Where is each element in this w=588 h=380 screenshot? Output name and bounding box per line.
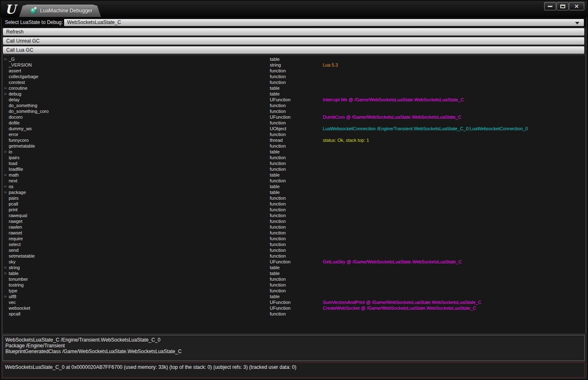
tree-row[interactable]: rawsetfunction bbox=[2, 230, 586, 236]
tree-row[interactable]: vecUFunctionSumVectorsAndPrint @ /Game/W… bbox=[2, 299, 586, 305]
maximize-button[interactable] bbox=[557, 2, 569, 10]
variable-name: ▷io bbox=[2, 149, 270, 155]
variable-name: assert bbox=[2, 68, 270, 74]
variable-value: DumbCoro @ /Game/WebSocketsLuaState.WebS… bbox=[323, 114, 586, 120]
variable-name: ▷table bbox=[2, 270, 270, 276]
luastate-combobox-value: WebSocketsLuaState_C bbox=[67, 19, 121, 25]
call-lua-gc-button[interactable]: Call Lua GC bbox=[2, 46, 585, 54]
expand-arrow-icon[interactable]: ▷ bbox=[5, 184, 7, 189]
tree-row[interactable]: funnycorothreadstatus: Ok, stack top: 1 bbox=[2, 137, 586, 143]
expand-arrow-icon[interactable]: ▷ bbox=[5, 189, 7, 195]
tree-row[interactable]: loadfilefunction bbox=[2, 166, 586, 172]
tree-row[interactable]: pcallfunction bbox=[2, 201, 586, 207]
tree-row[interactable]: ▷utf8table bbox=[2, 294, 586, 299]
tree-row[interactable]: ipairsfunction bbox=[2, 155, 586, 160]
expand-arrow-icon[interactable]: ▷ bbox=[5, 85, 7, 91]
tree-row[interactable]: ▷ostable bbox=[2, 184, 586, 189]
expand-arrow-icon[interactable]: ▷ bbox=[5, 91, 7, 97]
tab-close-icon[interactable]: × bbox=[98, 8, 101, 14]
variable-value bbox=[323, 311, 586, 317]
tree-row[interactable]: loadfunction bbox=[2, 160, 586, 166]
variable-name-label: sky bbox=[9, 259, 16, 264]
tree-row[interactable]: dummy_wsUObjectLuaWebsocketConnection /E… bbox=[2, 126, 586, 131]
variable-name: ▷package bbox=[2, 189, 270, 195]
tree-row[interactable]: tonumberfunction bbox=[2, 276, 586, 282]
variable-name-label: pairs bbox=[9, 196, 19, 201]
tree-row[interactable]: rawgetfunction bbox=[2, 218, 586, 224]
variable-name-label: print bbox=[9, 207, 17, 212]
luastate-combobox[interactable]: WebSocketsLuaState_C bbox=[64, 19, 584, 26]
expand-arrow-icon[interactable]: ▷ bbox=[5, 149, 7, 155]
status-bar: WebSocketsLuaState_C_0 at 0x0000020AB7FF… bbox=[2, 362, 585, 378]
tree-row[interactable]: rawlenfunction bbox=[2, 224, 586, 230]
variable-type: function bbox=[270, 276, 323, 282]
tree-row[interactable]: xpcallfunction bbox=[2, 311, 586, 317]
call-unreal-gc-button[interactable]: Call Unreal GC bbox=[2, 37, 585, 45]
tree-row[interactable]: do_something_corofunction bbox=[2, 108, 586, 114]
variable-type: UObject bbox=[270, 126, 323, 131]
tree-row[interactable]: ▷debugtable bbox=[2, 91, 586, 97]
tree-row[interactable]: docoroUFunctionDumbCoro @ /Game/WebSocke… bbox=[2, 114, 586, 120]
tree-row[interactable]: ▷tabletable bbox=[2, 270, 586, 276]
tree-row[interactable]: dofilefunction bbox=[2, 120, 586, 126]
tree-row[interactable]: ▷coroutinetable bbox=[2, 85, 586, 91]
variable-name-label: rawget bbox=[9, 219, 22, 224]
tree-row[interactable]: typefunction bbox=[2, 288, 586, 294]
expand-arrow-icon[interactable]: ▷ bbox=[5, 56, 7, 62]
tree-row[interactable]: websocketUFunctionCreateWebSocket @ /Gam… bbox=[2, 305, 586, 311]
expand-arrow-icon[interactable]: ▷ bbox=[5, 172, 7, 178]
tree-row[interactable]: delayUFunctionInterrupt Me @ /Game/WebSo… bbox=[2, 97, 586, 103]
variable-name-label: require bbox=[9, 236, 23, 241]
close-button[interactable]: ✕ bbox=[569, 2, 584, 10]
tree-row[interactable]: skyUFunctionGetLuaSky @ /Game/WebSockets… bbox=[2, 259, 586, 265]
tree-row[interactable]: ▷packagetable bbox=[2, 189, 586, 195]
variable-name: loadfile bbox=[2, 166, 270, 172]
expand-arrow-icon[interactable]: ▷ bbox=[5, 265, 7, 270]
variable-value bbox=[323, 195, 586, 201]
tree-row[interactable]: ▷_Gtable bbox=[2, 56, 586, 62]
variable-name-label: rawlen bbox=[9, 225, 22, 229]
expand-arrow-icon[interactable]: ▷ bbox=[5, 294, 7, 299]
tree-row[interactable]: errorfunction bbox=[2, 131, 586, 137]
tree-row[interactable]: pairsfunction bbox=[2, 195, 586, 201]
variable-value bbox=[323, 265, 586, 270]
tree-row[interactable]: collectgarbagefunction bbox=[2, 74, 586, 79]
variable-type: function bbox=[270, 195, 323, 201]
lua-globals-tree: ▷_Gtable_VERSIONstringLua 5.3assertfunct… bbox=[2, 55, 586, 334]
tree-row[interactable]: selectfunction bbox=[2, 241, 586, 247]
luastate-selector-row: Select LuaState to Debug: WebSocketsLuaS… bbox=[2, 17, 586, 27]
variable-name-label: dummy_ws bbox=[9, 126, 32, 131]
variable-name: do_something bbox=[2, 103, 270, 108]
variable-value bbox=[323, 224, 586, 230]
variable-type: table bbox=[270, 270, 323, 276]
tree-row[interactable]: rawequalfunction bbox=[2, 213, 586, 218]
tree-row[interactable]: do_somethingfunction bbox=[2, 103, 586, 108]
tree-row[interactable]: getmetatablefunction bbox=[2, 143, 586, 149]
refresh-button[interactable]: Refresh bbox=[2, 28, 585, 36]
tree-row[interactable]: tostringfunction bbox=[2, 282, 586, 288]
tree-row[interactable]: corotestfunction bbox=[2, 79, 586, 85]
tree-row[interactable]: sendfunction bbox=[2, 247, 586, 253]
tree-row[interactable]: printfunction bbox=[2, 207, 586, 213]
variable-value bbox=[323, 213, 586, 218]
variable-value bbox=[323, 155, 586, 160]
tree-row[interactable]: ▷iotable bbox=[2, 149, 586, 155]
variable-type: UFunction bbox=[270, 97, 323, 103]
tree-row[interactable]: ▷stringtable bbox=[2, 265, 586, 270]
tree-row[interactable]: ▷mathtable bbox=[2, 172, 586, 178]
tab-luamachine-debugger[interactable]: LuaMachine Debugger × bbox=[19, 5, 101, 17]
tree-row[interactable]: requirefunction bbox=[2, 236, 586, 241]
tree-row[interactable]: assertfunction bbox=[2, 68, 586, 74]
variable-value bbox=[323, 189, 586, 195]
tree-row[interactable]: _VERSIONstringLua 5.3 bbox=[2, 62, 586, 68]
variable-value: LuaWebsocketConnection /Engine/Transient… bbox=[323, 126, 586, 131]
expand-arrow-icon[interactable]: ▷ bbox=[5, 270, 7, 276]
tree-row[interactable]: nextfunction bbox=[2, 178, 586, 184]
tree-row[interactable]: setmetatablefunction bbox=[2, 253, 586, 259]
variable-type: UFunction bbox=[270, 299, 323, 305]
variable-name: ▷os bbox=[2, 184, 270, 189]
minimize-button[interactable] bbox=[544, 2, 556, 10]
variable-value: CreateWebSocket @ /Game/WebSocketsLuaSta… bbox=[323, 305, 586, 311]
variable-name: corotest bbox=[2, 79, 270, 85]
variable-name-label: package bbox=[9, 190, 26, 195]
